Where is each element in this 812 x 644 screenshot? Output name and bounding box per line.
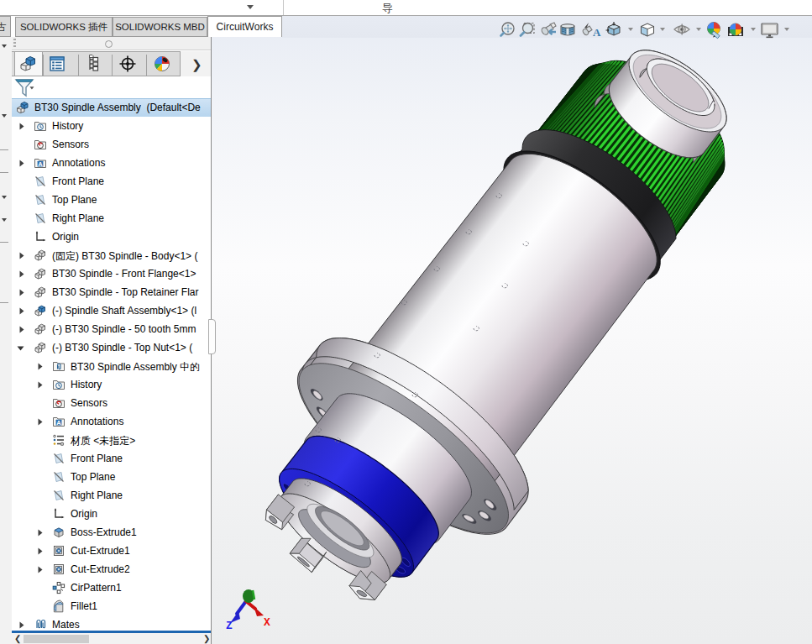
svg-text:Z: Z (226, 620, 233, 632)
svg-text:A: A (593, 26, 601, 39)
svg-text:X: X (264, 616, 270, 629)
